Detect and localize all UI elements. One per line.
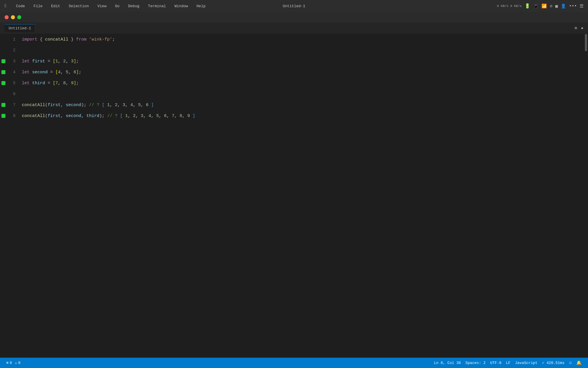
token-plain: ; (76, 81, 79, 86)
close-button[interactable] (5, 15, 9, 19)
token-comment: // ? (107, 114, 117, 118)
menu-go[interactable]: Go (113, 3, 121, 9)
errors-status[interactable]: ⊗ 0 ⚠ 0 (5, 360, 22, 366)
token-num: 1 (107, 103, 110, 108)
token-plain: , (81, 114, 86, 118)
token-num: 9 (187, 114, 190, 118)
feedback-icon[interactable]: ☺ (567, 360, 573, 366)
menu-selection[interactable]: Selection (67, 3, 90, 9)
apple-logo-icon[interactable]:  (5, 3, 7, 9)
menu-code[interactable]: Code (14, 3, 27, 9)
token-fn: concatAll (22, 114, 45, 118)
scrollbar-thumb[interactable] (585, 34, 587, 51)
breakpoint-area[interactable] (0, 103, 7, 107)
token-kw: let (22, 81, 30, 86)
gutter-row: 4 (0, 67, 17, 78)
token-num: 3 (123, 103, 125, 108)
token-plain: , (174, 114, 179, 118)
token-plain: = (45, 81, 53, 86)
breakpoint-area[interactable] (0, 114, 7, 118)
error-count: 0 (10, 361, 12, 365)
statusbar: ⊗ 0 ⚠ 0 Ln 8, Col 38 Spaces: 2 UTF-8 LF … (0, 358, 588, 368)
token-plain: = (48, 70, 55, 75)
timing: ✓ 420.51ms (540, 360, 566, 366)
token-kw: let (22, 59, 30, 64)
menu-edit[interactable]: Edit (49, 3, 62, 9)
token-plain (99, 103, 102, 108)
token-num: 1 (55, 59, 58, 64)
token-result-bracket: [ (120, 114, 123, 118)
breakpoint-area[interactable] (0, 59, 7, 63)
token-num: 5 (138, 103, 141, 108)
breakpoint-area[interactable] (0, 70, 7, 74)
token-var: second (32, 70, 48, 75)
breakpoint-dot (1, 70, 5, 74)
menu-view[interactable]: View (96, 3, 108, 9)
token-plain: , (58, 81, 63, 86)
token-bracket: [ (53, 81, 55, 86)
status-right: Ln 8, Col 38 Spaces: 2 UTF-8 LF JavaScri… (432, 360, 583, 366)
code-line[interactable]: let third = [7, 8, 9]; (22, 78, 584, 89)
minimize-button[interactable] (11, 15, 15, 19)
code-line[interactable]: concatAll(first, second, third); // ? [ … (22, 110, 584, 121)
gutter-row: 5 (0, 78, 17, 89)
token-plain: , (61, 70, 66, 75)
token-num: 4 (130, 103, 133, 108)
token-plain (190, 114, 192, 118)
menubar:  Code File Edit Selection View Go Debug… (0, 0, 588, 12)
token-result-bracket: ] (192, 114, 195, 118)
token-plain (30, 81, 32, 86)
token-num: 4 (58, 70, 61, 75)
token-plain: , (68, 70, 74, 75)
token-var: third (86, 114, 99, 118)
token-plain: ( (45, 114, 48, 118)
line-number: 8 (7, 114, 17, 118)
language-mode[interactable]: JavaScript (513, 360, 539, 366)
token-num: 4 (148, 114, 151, 118)
menu-terminal[interactable]: Terminal (146, 3, 167, 9)
tab-untitled-1[interactable]: Untitled-1 (5, 24, 35, 32)
encoding[interactable]: UTF-8 (488, 360, 503, 366)
scrollbar[interactable] (584, 34, 588, 358)
editor-settings-icon[interactable]: ● (581, 26, 583, 30)
menubar-right: 0 KB/s 0 KB/s 🔋 📱 📶 ⊘ ▦ 👤 ••• ☰ (497, 3, 583, 9)
notifications-icon[interactable]: 🔔 (575, 360, 583, 366)
network-status: 0 KB/s 0 KB/s (497, 4, 522, 8)
traffic-lights-bar (0, 12, 588, 22)
code-line[interactable]: let first = [1, 2, 3]; (22, 56, 584, 67)
token-plain: , (61, 114, 66, 118)
code-area[interactable]: import { concatAll } from 'wink-fp';let … (17, 34, 584, 358)
code-line[interactable] (22, 89, 584, 99)
token-plain: , (159, 114, 164, 118)
indentation[interactable]: Spaces: 2 (464, 360, 487, 366)
token-fn: concatAll (45, 37, 68, 42)
status-left: ⊗ 0 ⚠ 0 (5, 360, 22, 366)
split-editor-icon[interactable]: ⊞ (575, 26, 577, 30)
code-line[interactable]: concatAll(first, second); // ? [ 1, 2, 3… (22, 99, 584, 110)
breakpoint-area[interactable] (0, 81, 7, 85)
code-line[interactable]: let second = [4, 5, 6]; (22, 67, 584, 78)
token-punc: ; (112, 37, 115, 42)
token-plain: , (143, 114, 148, 118)
line-number: 6 (7, 92, 17, 96)
warning-icon: ⚠ (15, 361, 17, 365)
line-number: 1 (7, 37, 17, 42)
phone-icon: 📱 (533, 3, 539, 9)
token-plain: ( (45, 103, 48, 108)
token-plain (105, 103, 107, 108)
breakpoint-dot (1, 103, 5, 107)
token-plain: , (125, 103, 130, 108)
menu-file[interactable]: File (32, 3, 44, 9)
eol[interactable]: LF (504, 360, 512, 366)
code-line[interactable] (22, 45, 584, 56)
menu-debug[interactable]: Debug (126, 3, 141, 9)
maximize-button[interactable] (17, 15, 21, 19)
line-number: 2 (7, 48, 17, 53)
token-num: 3 (141, 114, 143, 118)
menu-help[interactable]: Help (195, 3, 207, 9)
cursor-position[interactable]: Ln 8, Col 38 (432, 360, 463, 366)
token-plain: ; (79, 70, 81, 75)
menu-window[interactable]: Window (173, 3, 190, 9)
code-line[interactable]: import { concatAll } from 'wink-fp'; (22, 34, 584, 45)
token-var: third (32, 81, 45, 86)
